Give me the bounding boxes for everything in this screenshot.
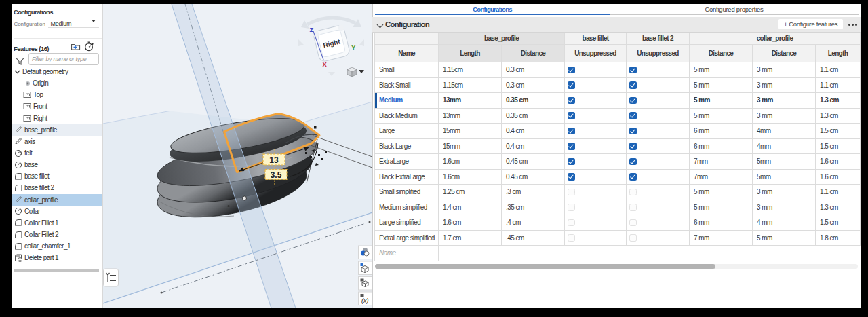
svg-text:(x): (x) (361, 297, 369, 304)
svg-text:13: 13 (269, 155, 279, 165)
svg-text:X: X (323, 60, 328, 68)
svg-text:Z: Z (310, 26, 314, 33)
svg-text:Y: Y (351, 43, 356, 51)
svg-text:3.5: 3.5 (271, 170, 282, 180)
